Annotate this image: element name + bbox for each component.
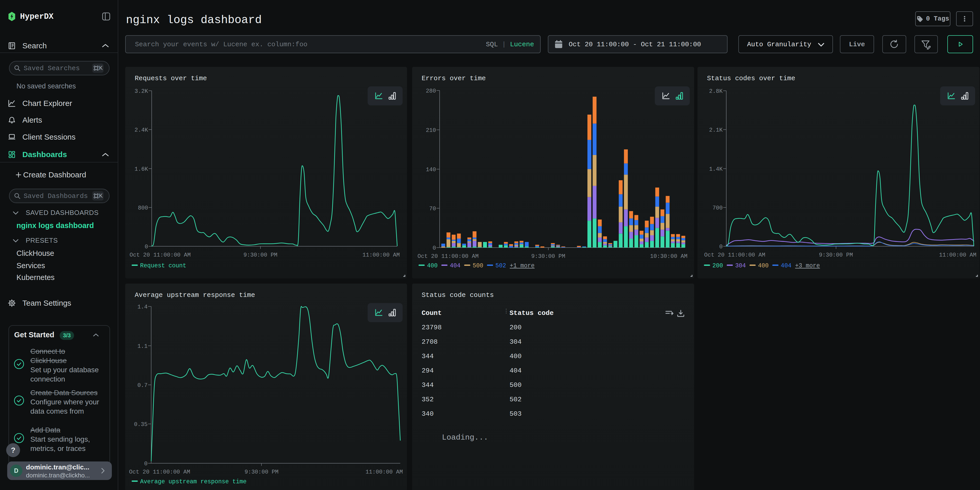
svg-text:9:30:00 PM: 9:30:00 PM — [243, 252, 277, 258]
svg-text:210: 210 — [426, 127, 436, 134]
svg-text:1.4K: 1.4K — [709, 166, 723, 172]
svg-text:502: 502 — [495, 262, 506, 269]
svg-text:200: 200 — [713, 262, 723, 269]
svg-text:140: 140 — [426, 167, 436, 173]
svg-text:11:00:00 AM: 11:00:00 AM — [939, 252, 977, 258]
svg-text:700: 700 — [713, 205, 723, 211]
svg-text:Average upstream response time: Average upstream response time — [140, 479, 247, 485]
svg-text:1.1: 1.1 — [137, 343, 148, 350]
svg-text:304: 304 — [735, 262, 746, 269]
svg-text:Oct 20 11:00:00 AM: Oct 20 11:00:00 AM — [704, 252, 765, 258]
svg-text:1.4: 1.4 — [137, 304, 148, 310]
svg-text:3.2K: 3.2K — [134, 88, 148, 95]
svg-text:11:00:00 AM: 11:00:00 AM — [363, 252, 400, 258]
svg-text:280: 280 — [426, 88, 436, 94]
svg-text:70: 70 — [430, 206, 436, 212]
svg-text:Oct 20 11:00:00 AM: Oct 20 11:00:00 AM — [417, 253, 479, 260]
svg-text:0: 0 — [145, 244, 148, 250]
svg-text:0: 0 — [433, 245, 436, 251]
svg-text:9:30:00 PM: 9:30:00 PM — [819, 252, 853, 258]
svg-text:1.6K: 1.6K — [134, 166, 148, 172]
svg-text:500: 500 — [473, 262, 483, 269]
svg-text:+1 more: +1 more — [510, 262, 535, 269]
svg-text:+3 more: +3 more — [795, 262, 820, 269]
svg-text:11:00:00 AM: 11:00:00 AM — [366, 469, 403, 475]
svg-text:0: 0 — [719, 244, 723, 250]
svg-text:400: 400 — [758, 262, 768, 269]
svg-text:2.1K: 2.1K — [709, 127, 723, 134]
svg-text:0.35: 0.35 — [134, 422, 148, 428]
svg-text:10:30:00 AM: 10:30:00 AM — [650, 253, 687, 260]
svg-text:2.8K: 2.8K — [709, 88, 723, 95]
svg-text:0: 0 — [144, 461, 148, 467]
svg-text:2.4K: 2.4K — [134, 127, 148, 134]
svg-text:400: 400 — [427, 262, 438, 269]
svg-text:Request count: Request count — [140, 262, 186, 269]
svg-text:404: 404 — [450, 262, 460, 269]
svg-text:Oct 20 11:00:00 AM: Oct 20 11:00:00 AM — [130, 252, 191, 258]
svg-text:0.7: 0.7 — [137, 382, 148, 389]
svg-text:404: 404 — [781, 262, 791, 269]
svg-text:800: 800 — [138, 205, 148, 211]
svg-text:9:30:00 PM: 9:30:00 PM — [531, 253, 565, 260]
svg-text:9:30:00 PM: 9:30:00 PM — [245, 469, 278, 475]
svg-text:Oct 20 11:00:00 AM: Oct 20 11:00:00 AM — [129, 469, 190, 475]
